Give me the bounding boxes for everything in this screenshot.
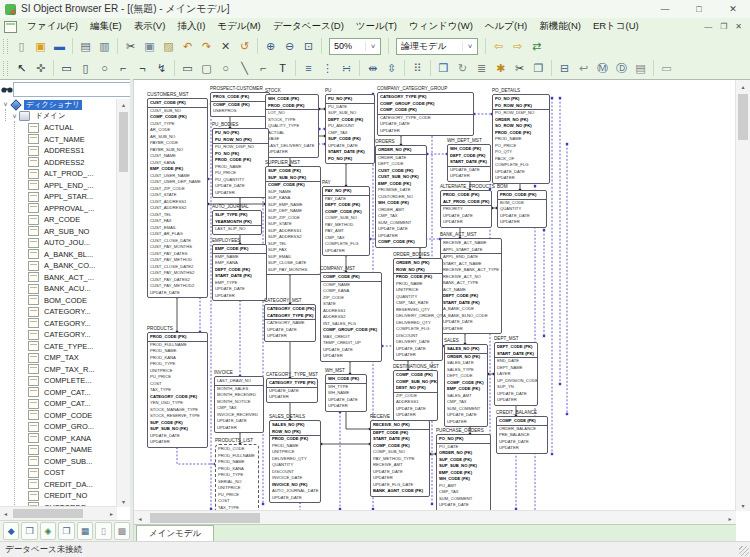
tree-item-appl-end-[interactable]: APPL_END_... xyxy=(1,180,117,192)
display-mode-button[interactable]: ❒ xyxy=(434,59,453,77)
scroll-up-icon[interactable]: ▴ xyxy=(736,80,750,92)
tree-item-domain[interactable]: ˅ドメイン xyxy=(1,111,117,123)
diagram-canvas[interactable]: CUSTOMERS_MSTCUST_CODE (PK)CUST_SUB_NOCO… xyxy=(134,80,736,511)
entity-bank_act_mst[interactable]: BANK_ACT_MSTRECEIVE_ACT_NAMEAPPL_START_D… xyxy=(440,232,502,334)
scroll-thumb[interactable] xyxy=(150,513,260,523)
entity-category_type_mst[interactable]: CATEGORY_TYPE_MSTCATEGORY_TYPE (PK)UPDAT… xyxy=(266,372,318,403)
search-diagram-button[interactable]: ✱ xyxy=(491,59,510,77)
object-view-icon[interactable]: ❒ xyxy=(21,522,37,540)
rotate-button[interactable]: ↻ xyxy=(453,59,472,77)
model-type-select[interactable]: 論理モデル˅ xyxy=(396,38,478,55)
minimize-button[interactable]: — xyxy=(648,0,682,18)
menu-window[interactable]: ウィンドウ(W) xyxy=(403,20,479,33)
tree-item-comp-cat-[interactable]: COMP_CAT... xyxy=(1,398,117,410)
entity-receive[interactable]: RECEIVERECEIVE_NO (PK)DEPT_CODE (FK)STAR… xyxy=(370,414,430,497)
entity-dept_mst[interactable]: DEPT_MSTDEPT_CODE (PK)START_DATE (PK)END… xyxy=(494,336,538,406)
redo-button[interactable]: ↷ xyxy=(197,37,216,55)
ellipse-tool-button[interactable]: ○ xyxy=(216,59,235,77)
import-er-button[interactable]: ⇦ xyxy=(489,37,508,55)
tree-horizontal-scrollbar[interactable]: ◂ ▸ xyxy=(0,506,117,520)
menu-newfeature[interactable]: 新機能(N) xyxy=(533,20,587,33)
scroll-thumb[interactable] xyxy=(738,94,748,140)
tree-item-category-[interactable]: CATEGORY... xyxy=(1,306,117,318)
mdi-close-button[interactable]: ✕ xyxy=(735,22,742,31)
align-grid-button[interactable]: ∺ xyxy=(337,59,356,77)
entity-customers_mst[interactable]: CUSTOMERS_MSTCUST_CODE (PK)CUST_SUB_NOCO… xyxy=(147,92,208,298)
entity-purchase_orders[interactable]: PURCHASE_ORDERSPO_NO (PK)PO_DATEORDER_NO… xyxy=(436,428,491,511)
expander-icon[interactable]: ˅ xyxy=(1,101,10,108)
chevron-down-icon[interactable]: ˅ xyxy=(365,42,380,51)
chevron-down-icon[interactable]: ˅ xyxy=(462,42,477,51)
canvas-vertical-scrollbar[interactable]: ▴ ▾ xyxy=(735,80,750,511)
scroll-left-icon[interactable]: ◂ xyxy=(134,511,146,525)
align-center-button[interactable]: ⋮ xyxy=(318,59,337,77)
tree-item-bom-code[interactable]: BOM_CODE xyxy=(1,295,117,307)
tree-item-act-name[interactable]: ACT_NAME xyxy=(1,134,117,146)
tree-item-comp-gro-[interactable]: COMP_GRO... xyxy=(1,421,117,433)
scroll-down-icon[interactable]: ▾ xyxy=(117,496,130,507)
tree-item-appl-star-[interactable]: APPL_STAR... xyxy=(1,191,117,203)
tree-item-credit-no[interactable]: CREDIT_NO xyxy=(1,490,117,502)
rounded-rect-tool-button[interactable]: ▢ xyxy=(197,59,216,77)
tree-item-a-bank-bl-[interactable]: A_BANK_BL... xyxy=(1,249,117,261)
menu-tools[interactable]: ツール(T) xyxy=(350,20,403,33)
scroll-up-icon[interactable]: ▴ xyxy=(117,99,130,110)
tree-item-cmp-tax-r-[interactable]: CMP_TAX_R... xyxy=(1,364,117,376)
entity-alternate_products[interactable]: ALTERNATE_PRODUCTSPROD_CODE (PK)ALT_PROD… xyxy=(440,184,492,228)
jump-button[interactable]: ↩ xyxy=(574,59,593,77)
zoom-fit-button[interactable]: ⊡ xyxy=(299,37,318,55)
grid-view-icon[interactable]: ▩ xyxy=(114,522,130,540)
tree-item-ar-sub-no[interactable]: AR_SUB_NO xyxy=(1,226,117,238)
entity-order_bodies[interactable]: ORDER_BODIESORDER_NO (PK)ROW_NO (PK)PROD… xyxy=(393,252,443,361)
entity-company_category_group[interactable]: COMPANY_CATEGORY_GROUPCATEGORY_TYPE (PK)… xyxy=(377,86,474,136)
search-combobox[interactable]: ˅ xyxy=(13,82,141,97)
menu-file[interactable]: ファイル(F) xyxy=(21,20,84,33)
tree-item-category-[interactable]: CATEGORY... xyxy=(1,329,117,341)
cut-button[interactable]: ✂ xyxy=(121,37,140,55)
entity-products_list[interactable]: PRODUCTS_LISTPROD_CODEPROD_FULLNAMEPROD_… xyxy=(215,438,259,511)
zoom-select[interactable]: 50%˅ xyxy=(329,38,381,55)
entity-category_mst[interactable]: CATEGORY_MSTCATEGORY_CODE (PK)CATEGORY_T… xyxy=(264,298,316,342)
sync-er-button[interactable]: ⇄ xyxy=(527,37,546,55)
export-er-button[interactable]: ⇨ xyxy=(508,37,527,55)
rect-tool-button[interactable]: ▭ xyxy=(178,59,197,77)
tree-item-dictionary[interactable]: ˅ディクショナリ xyxy=(1,99,117,111)
new-file-button[interactable]: ▯ xyxy=(12,37,31,55)
menu-insert[interactable]: 挿入(I) xyxy=(171,20,211,33)
grid-button[interactable]: ⠿ xyxy=(408,59,427,77)
scroll-thumb[interactable] xyxy=(119,112,128,172)
tree-item-comp-code[interactable]: COMP_CODE xyxy=(1,410,117,422)
model-button[interactable]: Ⓜ xyxy=(593,59,612,77)
window-view-icon[interactable]: ❐ xyxy=(58,522,74,540)
menu-help[interactable]: ヘルプ(H) xyxy=(479,20,533,33)
tree-item-bank-act-[interactable]: BANK_ACT_... xyxy=(1,272,117,284)
tab-main-model[interactable]: メインモデル xyxy=(136,525,214,541)
menu-view[interactable]: 表示(V) xyxy=(128,20,172,33)
undo-button[interactable]: ↶ xyxy=(178,37,197,55)
tree-item-a-bank-co-[interactable]: A_BANK_CO... xyxy=(1,260,117,272)
entity-stock[interactable]: STOCKWH_CODE (PK)PROD_CODE (PK)LOT_NOSTO… xyxy=(265,88,319,158)
child-window-icon[interactable] xyxy=(4,21,17,33)
print-button[interactable]: ▤ xyxy=(76,37,95,55)
many-relation-button[interactable]: ↯ xyxy=(152,59,171,77)
entity-products[interactable]: PRODUCTSPROD_CODE (PK)PROD_FULLNAMEPROD_… xyxy=(147,326,208,448)
tree-item-auto-jou-[interactable]: AUTO_JOU... xyxy=(1,237,117,249)
close-button[interactable]: ✕ xyxy=(716,0,750,18)
save-button[interactable]: ▬ xyxy=(50,37,69,55)
entity-sales[interactable]: SALESSALES_NO (PK)ORDER_NO (FK)SALES_DAT… xyxy=(444,338,488,427)
page-view-icon[interactable]: ▯ xyxy=(95,522,111,540)
toolbar-grip[interactable] xyxy=(3,39,8,54)
expander-icon[interactable]: ˅ xyxy=(10,113,19,120)
tree-item-comp-sub-[interactable]: COMP_SUB... xyxy=(1,456,117,468)
entity-prospect-customer[interactable]: PROSPECT-CUSTOMERPROS_CODE (PK)COMP_CODE… xyxy=(210,86,270,117)
print-preview-button[interactable]: ▥ xyxy=(95,37,114,55)
layer-button[interactable]: ⊟ xyxy=(555,59,574,77)
tree-item-credit-da-[interactable]: CREDIT_DA... xyxy=(1,479,117,491)
entity-auto_journal[interactable]: AUTO_JOURNALSLIP_TYPE (PK)YEARMONTH (PK)… xyxy=(212,204,262,235)
non-identifying-relation-button[interactable]: ¬ xyxy=(133,59,152,77)
entity-invoice[interactable]: INVOICELAST_DRAW_NOMONTH_SALESMONTH_RECE… xyxy=(214,370,264,433)
dictionary-tree[interactable]: ˅ディクショナリ˅ドメインACTUALACT_NAMEADDRESS1ADDRE… xyxy=(1,99,117,507)
tree-item-cate-type-[interactable]: CATE_TYPE... xyxy=(1,341,117,353)
mdi-restore-button[interactable]: ❐ xyxy=(720,22,727,31)
toolbar-grip[interactable] xyxy=(3,61,8,76)
